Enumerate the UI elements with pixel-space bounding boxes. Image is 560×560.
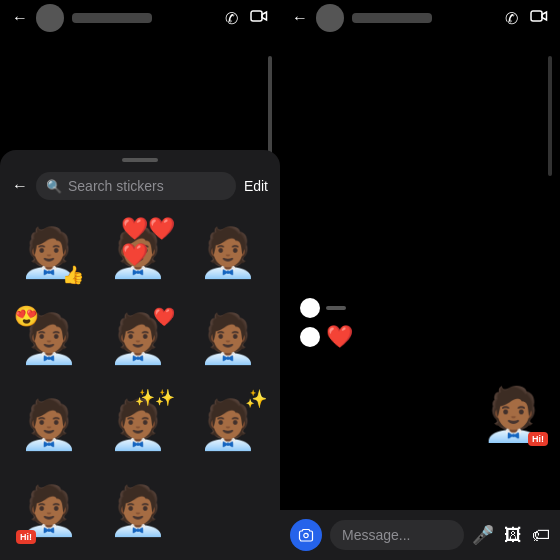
sticker-emoji-7: 🧑🏾‍💼 [19, 401, 79, 449]
search-bar[interactable]: 🔍 Search stickers [36, 172, 236, 200]
hearts-overlay: ❤️❤️❤️ [121, 216, 175, 268]
right-username-placeholder [352, 13, 432, 23]
dot-row-2: ❤️ [300, 324, 353, 350]
sticker-item[interactable] [187, 470, 269, 552]
edit-button[interactable]: Edit [244, 178, 268, 194]
left-status-left: ← [12, 4, 152, 32]
thumbsup-overlay: 👍 [62, 264, 84, 286]
sticker-emoji-3: 🧑🏾‍💼 [198, 229, 258, 277]
sparkle-overlay: ✨✨ [135, 388, 175, 407]
right-avatar [316, 4, 344, 32]
sticker-item[interactable]: 🧑🏾‍💼 [97, 470, 179, 552]
sticker-item[interactable]: 🧑🏾‍💼 ❤️❤️❤️ [97, 212, 179, 294]
back-arrow-icon[interactable]: ← [12, 9, 28, 27]
sparkle2-overlay: ✨ [245, 388, 267, 410]
dot-row-1 [300, 298, 346, 318]
right-panel: ← ✆ ❤️ [280, 0, 560, 560]
message-input[interactable]: Message... [330, 520, 464, 550]
sticker-emoji-10: 🧑🏾‍💼 [19, 487, 79, 535]
hi-badge-left: Hi! [16, 530, 36, 544]
bottom-bar: Message... 🎤 🖼 🏷 [280, 510, 560, 560]
right-video-icon[interactable] [530, 9, 548, 27]
svg-rect-1 [531, 11, 542, 21]
sticker-drawer: ← 🔍 Search stickers Edit 🧑🏾‍💼 👍 🧑🏾‍💼 ❤️❤… [0, 150, 280, 560]
phone-icon[interactable]: ✆ [225, 9, 238, 28]
right-chat-area: ❤️ 🧑🏾‍💼 Hi! [280, 36, 560, 510]
search-placeholder-text: Search stickers [68, 178, 164, 194]
gray-dash [326, 306, 346, 310]
sticker-emoji-8: 🧑🏾‍💼 [108, 401, 168, 449]
reaction-dots: ❤️ [300, 298, 353, 350]
avatar [36, 4, 64, 32]
sticker-search-row: ← 🔍 Search stickers Edit [0, 166, 280, 206]
heart-side-overlay: ❤️ [153, 306, 175, 328]
sticker-item[interactable]: 🧑🏾‍💼 😍 [8, 298, 90, 380]
sticker-emoji-11: 🧑🏾‍💼 [108, 487, 168, 535]
sticker-item[interactable]: 🧑🏾‍💼 ✨✨ [97, 384, 179, 466]
floating-hi-badge: Hi! [528, 432, 548, 446]
camera-button[interactable] [290, 519, 322, 551]
sticker-grid: 🧑🏾‍💼 👍 🧑🏾‍💼 ❤️❤️❤️ 🧑🏾‍💼 🧑🏾‍💼 😍 🧑🏾‍💼 ❤️ [0, 206, 280, 560]
drawer-handle-bar [0, 150, 280, 166]
sticker-item[interactable]: 🧑🏾‍💼 👍 [8, 212, 90, 294]
sticker-item[interactable]: 🧑🏾‍💼 [187, 212, 269, 294]
sticker-item[interactable]: 🧑🏾‍💼 Hi! [8, 470, 90, 552]
svg-point-2 [304, 533, 308, 537]
image-icon[interactable]: 🖼 [504, 525, 522, 546]
white-dot-1 [300, 298, 320, 318]
right-scroll-indicator [548, 56, 552, 176]
video-icon[interactable] [250, 9, 268, 27]
right-input-icons: 🎤 🖼 🏷 [472, 524, 550, 546]
search-icon: 🔍 [46, 179, 62, 194]
right-status-left: ← [292, 4, 432, 32]
right-status-bar: ← ✆ [280, 0, 560, 36]
mic-icon[interactable]: 🎤 [472, 524, 494, 546]
sticker-icon[interactable]: 🏷 [532, 525, 550, 546]
sticker-item[interactable]: 🧑🏾‍💼 ✨ [187, 384, 269, 466]
left-panel: ← ✆ ← 🔍 Search stickers [0, 0, 280, 560]
right-phone-icon[interactable]: ✆ [505, 9, 518, 28]
svg-rect-0 [251, 11, 262, 21]
sticker-item[interactable]: 🧑🏾‍💼 [187, 298, 269, 380]
heart-reaction: ❤️ [326, 324, 353, 350]
right-status-right: ✆ [505, 9, 548, 28]
sticker-emoji-6: 🧑🏾‍💼 [198, 315, 258, 363]
white-dot-2 [300, 327, 320, 347]
right-back-arrow-icon[interactable]: ← [292, 9, 308, 27]
sticker-item[interactable]: 🧑🏾‍💼 ❤️ [97, 298, 179, 380]
username-placeholder [72, 13, 152, 23]
left-status-bar: ← ✆ [0, 0, 280, 36]
drawer-back-arrow[interactable]: ← [12, 177, 28, 195]
sticker-item[interactable]: 🧑🏾‍💼 [8, 384, 90, 466]
drawer-handle [122, 158, 158, 162]
left-status-right: ✆ [225, 9, 268, 28]
heart-eyes-overlay: 😍 [14, 304, 39, 328]
